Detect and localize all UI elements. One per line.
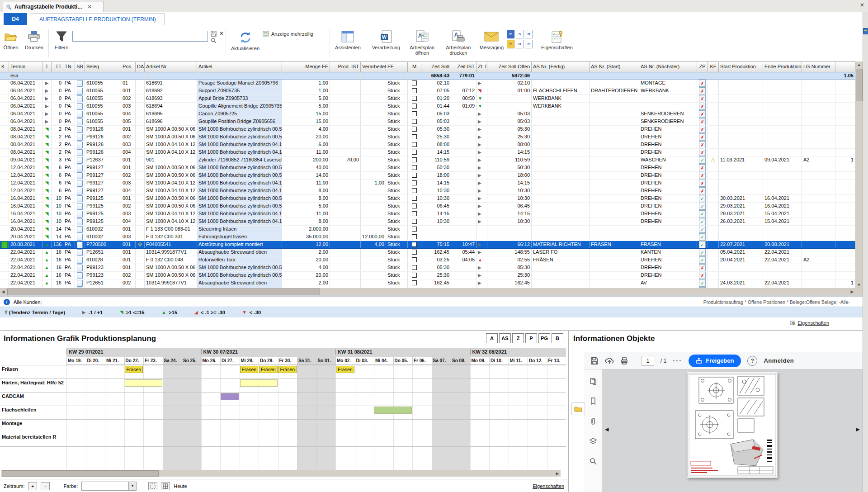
gantt-scroll-right-icon[interactable]: ▶ bbox=[554, 470, 561, 477]
share-button[interactable]: Freigeben bbox=[689, 355, 741, 367]
pdf-more-menu[interactable]: ··· bbox=[673, 357, 682, 364]
window-document-tab[interactable]: Auftragstabelle Produkti... ✕ bbox=[3, 1, 104, 12]
gantt-bar-fräsen[interactable]: Fräsen bbox=[278, 366, 297, 373]
column-header-Termin[interactable]: Termin bbox=[9, 62, 42, 72]
table-vscrollbar[interactable]: ▲ ▼ bbox=[855, 62, 863, 288]
gantt-button-p[interactable]: P bbox=[525, 333, 537, 343]
column-header-Artikel Nr.[interactable]: Artikel Nr. bbox=[145, 62, 197, 72]
column-header-Beleg[interactable]: Beleg bbox=[85, 62, 121, 72]
properties-button[interactable]: Eigenschaften bbox=[538, 26, 576, 50]
gantt-bar-fräsen[interactable]: Fräsen bbox=[259, 366, 278, 373]
pdf-upload-cloud-icon[interactable] bbox=[605, 357, 614, 365]
pdf-print-icon[interactable] bbox=[620, 357, 628, 365]
pdf-search-icon[interactable] bbox=[590, 458, 597, 465]
m-checkbox[interactable] bbox=[412, 165, 417, 170]
column-header-Verarbeitet[interactable]: Verarbeitet bbox=[361, 62, 386, 72]
column-header-LG Nummer[interactable]: LG Nummer bbox=[802, 62, 835, 72]
pdf-pages-icon[interactable] bbox=[590, 378, 597, 385]
table-row[interactable]: 22.04.2021▲16PAP1265100210314.9991877V1A… bbox=[0, 279, 855, 287]
rail-collapse-icon[interactable]: ◀ bbox=[605, 426, 609, 432]
gantt-properties-link[interactable]: Eigenschaften bbox=[533, 483, 564, 489]
table-row[interactable]: 06.04.2021▶0PA610055001618692Support Z09… bbox=[0, 87, 855, 95]
gantt-hscroll-thumb[interactable] bbox=[2, 470, 159, 477]
column-header-Zeit IST[interactable]: Zeit IST bbox=[451, 62, 476, 72]
table-row[interactable]: 16.04.2021◥10PAP99125002SM 1000 A 00.50 … bbox=[0, 203, 855, 210]
column-header-AS Nr. (Start)[interactable]: AS Nr. (Start) bbox=[590, 62, 639, 72]
gantt-bar-fräsen[interactable]: Fräsen bbox=[336, 366, 354, 373]
table-row[interactable]: 22.04.2021▲16PA610028001F 0 132 C00 048R… bbox=[0, 256, 855, 264]
color-select[interactable]: ▼ bbox=[81, 482, 137, 491]
table-row[interactable]: 06.04.2021▶0PA610055002618693Appui Bride… bbox=[0, 95, 855, 103]
column-header-Menge FE[interactable]: Menge FE bbox=[282, 62, 330, 72]
scroll-up-icon[interactable]: ▲ bbox=[855, 62, 863, 68]
m-checkbox[interactable] bbox=[412, 188, 417, 193]
gantt-bar[interactable] bbox=[240, 379, 278, 387]
pdf-page-drawing[interactable] bbox=[687, 372, 778, 478]
column-header-Zeit Soll Offen[interactable]: Zeit Soll Offen bbox=[487, 62, 532, 72]
table-row[interactable]: 06.04.2021▶0PA61005501618691Posage Souda… bbox=[0, 80, 855, 87]
table-row[interactable]: 20.04.2021◥14PA610002003F 0 132 C00 331F… bbox=[0, 233, 855, 241]
folder-tab-button[interactable] bbox=[571, 402, 585, 415]
column-header-DA[interactable]: DA bbox=[136, 62, 145, 72]
column-header-ZP[interactable]: ZP bbox=[697, 62, 708, 72]
scroll-right-icon[interactable]: ▶ bbox=[849, 288, 855, 295]
tab-d4[interactable]: D4 bbox=[4, 13, 27, 25]
gantt-button-z[interactable]: Z bbox=[512, 333, 524, 343]
m-checkbox[interactable] bbox=[412, 250, 417, 255]
print-button[interactable]: Drucken bbox=[22, 26, 47, 50]
column-header-TT[interactable]: TT bbox=[52, 62, 63, 72]
scroll-down-icon[interactable]: ▼ bbox=[855, 282, 863, 288]
multiline-toggle[interactable]: Anzeige mehrzeilig bbox=[263, 26, 313, 37]
mini-p3-button[interactable]: P bbox=[525, 40, 533, 48]
mini-p2-button[interactable]: P bbox=[507, 40, 514, 48]
gantt-bar-fräsen[interactable]: Fräsen bbox=[125, 366, 143, 373]
m-checkbox[interactable] bbox=[412, 242, 417, 247]
tab-auftragstabelle[interactable]: AUFTRAGSTABELLE PRODUKTION (TERMIN) bbox=[31, 13, 165, 25]
refresh-button[interactable]: Aktualisieren bbox=[228, 26, 263, 51]
m-checkbox[interactable] bbox=[412, 150, 417, 155]
workplan-print-button[interactable]: A Arbeitsplan drucken bbox=[440, 26, 476, 56]
m-checkbox[interactable] bbox=[412, 219, 417, 224]
table-row[interactable]: 16.04.2021◥10PAP99125004SM 1000 A 04.10 … bbox=[0, 218, 855, 226]
selection-mode-icon[interactable] bbox=[148, 482, 157, 490]
m-checkbox[interactable] bbox=[412, 180, 417, 185]
column-header-Prod. IST[interactable]: Prod. IST bbox=[330, 62, 361, 72]
column-header-blank[interactable] bbox=[835, 62, 855, 72]
panel-collapse-icon[interactable]: ▶ bbox=[856, 426, 860, 432]
column-header-Ende Produktion[interactable]: Ende Produktion bbox=[763, 62, 802, 72]
table-row[interactable]: 22.04.2021▲16PAP99123001SM 1000 A 00.50 … bbox=[0, 264, 855, 272]
messaging-button[interactable]: Messaging bbox=[476, 26, 507, 50]
m-checkbox[interactable] bbox=[412, 127, 417, 132]
zoom-in-button[interactable]: + bbox=[28, 482, 37, 490]
table-hscroll-thumb[interactable] bbox=[7, 289, 320, 295]
processing-button[interactable]: W Verarbeitung bbox=[368, 26, 404, 50]
zoom-out-button[interactable]: - bbox=[41, 482, 50, 490]
m-checkbox[interactable] bbox=[412, 173, 417, 178]
clear-filter-icon[interactable]: ✕ bbox=[219, 31, 224, 37]
m-checkbox[interactable] bbox=[412, 257, 417, 262]
table-row[interactable]: 20.04.2021◥14PA610002001F 1 133 C00 083-… bbox=[0, 226, 855, 233]
column-header-Pos[interactable]: Pos bbox=[121, 62, 136, 72]
sign-in-button[interactable]: Anmelden bbox=[764, 357, 794, 364]
workplan-open-button[interactable]: A Arbeitsplan öffnen bbox=[404, 26, 440, 56]
table-row[interactable]: 08.04.2021◥2PAP99126001SM 1000 A 00.50 X… bbox=[0, 126, 855, 133]
column-header-KF[interactable]: KF bbox=[708, 62, 719, 72]
column-header-Zeit Soll[interactable]: Zeit Soll bbox=[421, 62, 451, 72]
column-header-Zt. Dif. T[interactable]: Zt. Dif. T bbox=[476, 62, 487, 72]
assistants-button[interactable]: Assistenten bbox=[332, 26, 364, 50]
scroll-left-icon[interactable]: ◀ bbox=[0, 288, 6, 295]
table-row[interactable]: 12.04.2021◥6PAP99127001SM 1000 A 00.50 X… bbox=[0, 164, 855, 172]
sidebar-toggle-icon[interactable] bbox=[863, 28, 868, 34]
gantt-button-b[interactable]: B bbox=[552, 333, 563, 343]
m-checkbox[interactable] bbox=[412, 265, 417, 270]
properties-link[interactable]: Eigenschaften bbox=[790, 320, 829, 326]
table-row[interactable]: 22.04.2021▲16PAP99123002SM 1000 A 00.50 … bbox=[0, 272, 855, 279]
m-checkbox[interactable] bbox=[412, 157, 417, 162]
table-row[interactable]: 12.04.2021◥6PAP99127002SM 1000 A 00.50 X… bbox=[0, 172, 855, 180]
column-header-Artikel[interactable]: Artikel bbox=[197, 62, 282, 72]
column-header-AS Nr. (Nächster)[interactable]: AS Nr. (Nächster) bbox=[639, 62, 697, 72]
column-header-SB[interactable]: SB bbox=[75, 62, 85, 72]
m-checkbox[interactable] bbox=[412, 104, 417, 109]
mini-p-button[interactable]: P bbox=[507, 30, 514, 38]
table-row[interactable]: 16.04.2021◥10PAP99125003SM 1000 A 04.10 … bbox=[0, 210, 855, 218]
